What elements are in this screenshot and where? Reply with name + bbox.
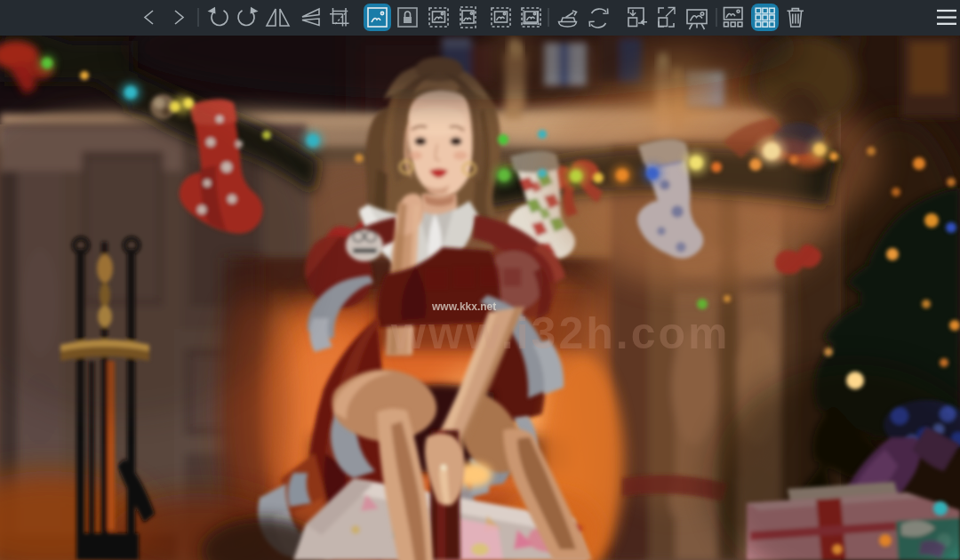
svg-text:www.i32h.com: www.i32h.com xyxy=(390,308,730,358)
